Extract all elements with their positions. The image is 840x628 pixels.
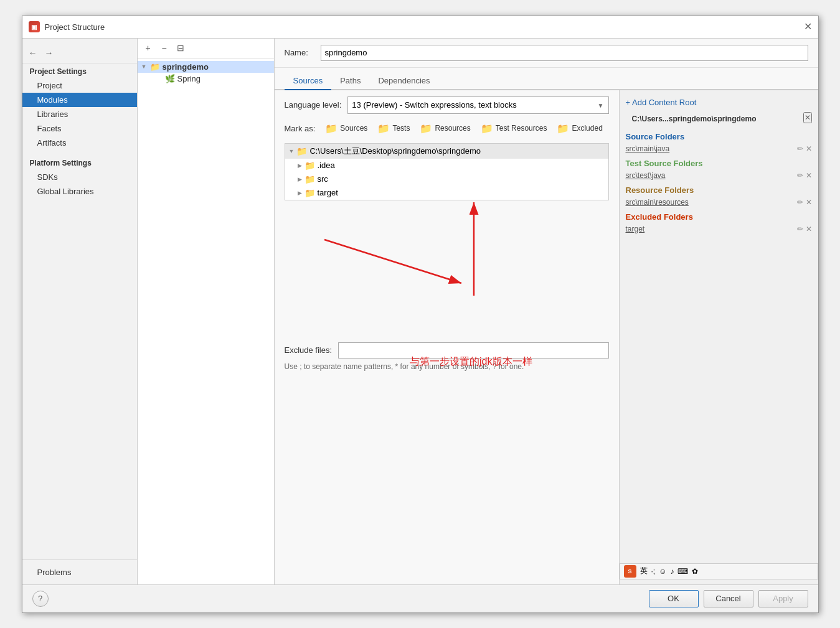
add-content-root-btn[interactable]: + Add Content Root xyxy=(626,98,697,107)
tree-root-item[interactable]: ▼ 📁 springdemo xyxy=(138,61,274,73)
resource-folders-title: Resource Folders xyxy=(626,185,812,195)
resource-folder-path[interactable]: src\main\resources xyxy=(626,198,689,207)
resource-folders-section: Resource Folders src\main\resources ✏ ✕ xyxy=(620,182,818,209)
name-row: Name: xyxy=(275,39,818,68)
sidebar-item-artifacts[interactable]: Artifacts xyxy=(22,136,137,150)
target-chevron-icon: ▶ xyxy=(298,190,302,196)
main-content: Name: Sources Paths Dependencies xyxy=(275,39,818,584)
source-folder-edit-btn[interactable]: ✏ xyxy=(797,144,803,153)
content-tree: ▼ 📁 C:\Users\土豆\Desktop\springdemo\sprin… xyxy=(285,143,609,200)
test-source-folder-actions: ✏ ✕ xyxy=(797,171,812,180)
resources-folder-icon: 📁 xyxy=(420,123,432,134)
name-label: Name: xyxy=(285,48,316,57)
sidebar: ← → Project Settings Project Modules Lib… xyxy=(22,39,138,584)
tree-chevron-root: ▼ xyxy=(141,63,150,70)
dialog-body: ← → Project Settings Project Modules Lib… xyxy=(22,39,818,584)
nav-back-btn[interactable]: ← xyxy=(26,46,40,60)
right-panel: + Add Content Root C:\Users...springdemo… xyxy=(619,90,818,584)
sidebar-item-libraries[interactable]: Libraries xyxy=(22,107,137,121)
source-folders-title: Source Folders xyxy=(626,132,812,141)
test-resources-folder-icon: 📁 xyxy=(481,123,493,134)
ime-emoji[interactable]: ☺ xyxy=(659,567,666,576)
tab-dependencies[interactable]: Dependencies xyxy=(369,72,438,90)
idea-chevron-icon: ▶ xyxy=(298,162,302,169)
bottom-bar: ? OK Cancel Apply xyxy=(22,584,818,612)
title-bar-left: ▣ Project Structure xyxy=(29,21,105,32)
sidebar-item-modules[interactable]: Modules xyxy=(22,93,137,107)
sidebar-item-sdks[interactable]: SDKs xyxy=(22,170,137,184)
lang-level-label: Language level: xyxy=(285,100,342,110)
dialog-title: Project Structure xyxy=(45,22,105,32)
content-area: Language level: 13 (Preview) - Switch ex… xyxy=(275,90,818,584)
content-tree-src[interactable]: ▶ 📁 src xyxy=(285,172,608,186)
lang-level-select[interactable]: 13 (Preview) - Switch expressions, text … xyxy=(347,96,608,114)
resource-folder-edit-btn[interactable]: ✏ xyxy=(797,198,803,207)
ok-button[interactable]: OK xyxy=(649,590,699,607)
close-button[interactable]: ✕ xyxy=(804,22,812,32)
ime-lang[interactable]: 英 xyxy=(640,566,648,576)
test-source-edit-btn[interactable]: ✏ xyxy=(797,171,803,180)
sidebar-item-project[interactable]: Project xyxy=(22,78,137,93)
nav-forward-btn[interactable]: → xyxy=(42,46,56,60)
resource-folder-remove-btn[interactable]: ✕ xyxy=(806,198,812,207)
remove-module-btn[interactable]: − xyxy=(158,41,171,55)
right-panel-header: + Add Content Root xyxy=(620,95,818,110)
target-folder-icon: 📁 xyxy=(304,188,315,198)
mark-tests-btn[interactable]: 📁 Tests xyxy=(375,121,412,136)
mark-resources-btn[interactable]: 📁 Resources xyxy=(417,121,473,136)
add-module-btn[interactable]: + xyxy=(141,41,155,55)
source-folder-path[interactable]: src\main\java xyxy=(626,144,670,153)
title-bar: ▣ Project Structure ✕ xyxy=(22,16,818,39)
root-chevron-icon: ▼ xyxy=(289,148,295,154)
sidebar-item-problems[interactable]: Problems xyxy=(22,565,137,579)
mark-as-label: Mark as: xyxy=(285,124,316,133)
content-tree-root[interactable]: ▼ 📁 C:\Users\土豆\Desktop\springdemo\sprin… xyxy=(285,144,608,159)
app-icon: ▣ xyxy=(29,21,40,32)
test-source-remove-btn[interactable]: ✕ xyxy=(806,171,812,180)
sources-folder-icon: 📁 xyxy=(325,123,337,134)
mark-as-row: Mark as: 📁 Sources 📁 Tests 📁 Resources xyxy=(285,121,609,136)
ime-more[interactable]: ✿ xyxy=(692,567,698,576)
content-tree-idea[interactable]: ▶ 📁 .idea xyxy=(285,159,608,172)
content-tree-target[interactable]: ▶ 📁 target xyxy=(285,186,608,200)
resource-folder-entry: src\main\resources ✏ ✕ xyxy=(626,197,812,207)
src-folder-icon: 📁 xyxy=(304,174,315,184)
sidebar-item-global-libraries[interactable]: Global Libraries xyxy=(22,184,137,199)
sidebar-item-facets[interactable]: Facets xyxy=(22,121,137,136)
source-folder-remove-btn[interactable]: ✕ xyxy=(806,144,812,153)
file-tree-panel: + − ⊟ ▼ 📁 springdemo 🌿 Spring xyxy=(138,39,275,584)
annotation-text: 与第一步设置的jdk版本一样 xyxy=(410,355,532,368)
excluded-folder-path[interactable]: target xyxy=(626,225,645,233)
lang-level-select-wrapper: 13 (Preview) - Switch expressions, text … xyxy=(347,96,608,114)
mark-sources-btn[interactable]: 📁 Sources xyxy=(323,121,370,136)
name-input[interactable] xyxy=(321,45,808,61)
copy-module-btn[interactable]: ⊟ xyxy=(174,41,187,55)
ime-toolbar: S 英 ·; ☺ ♪ ⌨ ✿ xyxy=(620,563,818,579)
folder-icon-root: 📁 xyxy=(150,62,160,71)
source-folder-actions: ✏ ✕ xyxy=(797,144,812,153)
excluded-folders-title: Excluded Folders xyxy=(626,212,812,222)
mark-test-resources-btn[interactable]: 📁 Test Resources xyxy=(478,121,550,136)
tab-sources[interactable]: Sources xyxy=(285,72,332,90)
test-source-folder-path[interactable]: src\test\java xyxy=(626,171,666,180)
ime-voice[interactable]: ♪ xyxy=(670,567,674,576)
help-button[interactable]: ? xyxy=(32,591,49,607)
apply-button[interactable]: Apply xyxy=(758,590,808,607)
cancel-button[interactable]: Cancel xyxy=(704,590,753,607)
resource-folder-actions: ✏ ✕ xyxy=(797,198,812,207)
project-structure-dialog: ▣ Project Structure ✕ ← → Project Settin… xyxy=(22,16,819,613)
path-close-btn[interactable]: ✕ xyxy=(803,112,812,123)
mark-excluded-btn[interactable]: 📁 Excluded xyxy=(554,121,605,136)
tree-spring-item[interactable]: 🌿 Spring xyxy=(138,73,274,85)
excluded-folder-edit-btn[interactable]: ✏ xyxy=(797,225,803,233)
root-folder-icon: 📁 xyxy=(296,146,307,156)
test-source-folder-entry: src\test\java ✏ ✕ xyxy=(626,171,812,180)
ime-punct[interactable]: ·; xyxy=(651,567,656,576)
excluded-folder-remove-btn[interactable]: ✕ xyxy=(806,225,812,233)
test-source-section: Test Source Folders src\test\java ✏ ✕ xyxy=(620,155,818,182)
excluded-folders-section: Excluded Folders target ✏ ✕ xyxy=(620,209,818,235)
ime-keyboard[interactable]: ⌨ xyxy=(677,567,688,576)
test-source-title: Test Source Folders xyxy=(626,159,812,168)
content-left: Language level: 13 (Preview) - Switch ex… xyxy=(275,90,619,584)
tab-paths[interactable]: Paths xyxy=(331,72,369,90)
